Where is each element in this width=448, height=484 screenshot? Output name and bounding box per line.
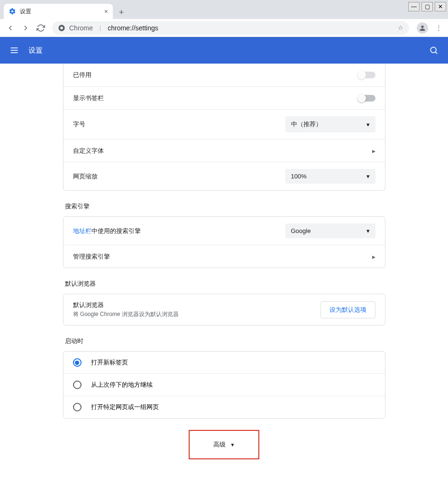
zoom-dropdown[interactable]: 100% ▾ (285, 169, 375, 184)
row-font-size: 字号 中（推荐） ▾ (64, 109, 385, 139)
row-custom-font[interactable]: 自定义字体 ▸ (64, 139, 385, 162)
chevron-down-icon: ▾ (366, 173, 370, 180)
advanced-toggle-button[interactable]: 高级 ▼ (189, 430, 260, 459)
chevron-right-icon: ▸ (372, 147, 375, 155)
custom-font-label: 自定义字体 (73, 147, 372, 155)
advanced-label: 高级 (213, 440, 226, 449)
row-page-zoom: 网页缩放 100% ▾ (64, 162, 385, 190)
forward-button[interactable] (19, 21, 32, 35)
settings-content-scroll[interactable]: 已停用 显示书签栏 字号 中（推荐） ▾ 自定义字体 ▸ 网页缩放 (0, 64, 448, 484)
address-bar-link[interactable]: 地址栏 (73, 227, 91, 234)
row-show-bookmarks-bar[interactable]: 显示书签栏 (64, 86, 385, 109)
chevron-down-icon: ▾ (366, 227, 370, 234)
set-default-button[interactable]: 设为默认选项 (320, 301, 375, 318)
url-origin-label: Chrome (69, 24, 93, 32)
chevron-right-icon: ▸ (372, 253, 375, 261)
svg-line-7 (436, 52, 438, 54)
radio-icon[interactable] (73, 358, 82, 367)
chrome-menu-button[interactable]: ⋮ (433, 24, 444, 31)
svg-point-2 (421, 25, 423, 28)
radio-icon[interactable] (73, 403, 82, 411)
maximize-button[interactable]: ▢ (421, 2, 433, 11)
default-browser-sub: 将 Google Chrome 浏览器设为默认浏览器 (73, 310, 320, 318)
address-bar[interactable]: Chrome | chrome://settings ☆ (52, 21, 409, 35)
disabled-label: 已停用 (73, 71, 358, 79)
svg-point-1 (60, 27, 63, 29)
default-browser-label: 默认浏览器 (73, 301, 320, 309)
reload-button[interactable] (34, 21, 47, 35)
gear-icon (9, 8, 16, 15)
startup-option-label: 打开特定网页或一组网页 (91, 403, 159, 411)
section-title-startup: 启动时 (65, 337, 385, 345)
disabled-toggle (358, 72, 375, 78)
url-separator: | (100, 24, 101, 31)
menu-icon[interactable] (9, 46, 19, 55)
row-manage-search-engines[interactable]: 管理搜索引擎 ▸ (64, 245, 385, 268)
browser-tab-settings[interactable]: 设置 × (4, 4, 113, 19)
appearance-card: 已停用 显示书签栏 字号 中（推荐） ▾ 自定义字体 ▸ 网页缩放 (63, 64, 385, 191)
browser-toolbar: Chrome | chrome://settings ☆ ⋮ (0, 19, 448, 37)
chrome-icon (58, 24, 65, 32)
back-button[interactable] (4, 21, 17, 35)
close-window-button[interactable]: ✕ (435, 2, 446, 11)
tab-title: 设置 (20, 8, 101, 16)
startup-option-specific[interactable]: 打开特定网页或一组网页 (64, 396, 385, 418)
font-size-dropdown[interactable]: 中（推荐） ▾ (285, 116, 375, 132)
search-icon[interactable] (429, 46, 439, 55)
settings-header: 设置 (0, 37, 448, 64)
close-tab-icon[interactable]: × (104, 8, 108, 15)
address-bar-engine-label: 地址栏中使用的搜索引擎 (73, 227, 285, 235)
font-size-label: 字号 (73, 120, 285, 129)
settings-title: 设置 (28, 46, 43, 55)
row-disabled-setting: 已停用 (64, 64, 385, 86)
radio-icon[interactable] (73, 381, 82, 389)
new-tab-button[interactable]: + (115, 6, 128, 19)
minimize-button[interactable]: — (408, 2, 420, 11)
profile-avatar[interactable] (417, 22, 428, 34)
startup-option-continue[interactable]: 从上次停下的地方继续 (64, 373, 385, 396)
section-title-search-engine: 搜索引擎 (65, 202, 385, 211)
default-browser-card: 默认浏览器 将 Google Chrome 浏览器设为默认浏览器 设为默认选项 (63, 294, 385, 326)
browser-tab-bar: 设置 × + (0, 0, 448, 19)
section-title-default-browser: 默认浏览器 (65, 279, 385, 288)
row-address-bar-engine: 地址栏中使用的搜索引擎 Google ▾ (64, 217, 385, 245)
url-text: chrome://settings (108, 24, 158, 32)
manage-search-engines-label: 管理搜索引擎 (73, 252, 372, 261)
bookmarks-bar-label: 显示书签栏 (73, 94, 358, 102)
startup-option-label: 打开新标签页 (91, 358, 128, 367)
zoom-label: 网页缩放 (73, 172, 285, 181)
bookmarks-bar-toggle[interactable] (358, 95, 375, 102)
bookmark-star-icon[interactable]: ☆ (398, 24, 403, 31)
search-engine-card: 地址栏中使用的搜索引擎 Google ▾ 管理搜索引擎 ▸ (63, 216, 385, 268)
window-controls: — ▢ ✕ (406, 0, 448, 13)
chevron-down-icon: ▼ (230, 442, 235, 447)
startup-option-label: 从上次停下的地方继续 (91, 381, 153, 389)
startup-option-newtab[interactable]: 打开新标签页 (64, 352, 385, 373)
chevron-down-icon: ▾ (366, 121, 370, 128)
search-engine-dropdown[interactable]: Google ▾ (285, 223, 375, 238)
startup-card: 打开新标签页 从上次停下的地方继续 打开特定网页或一组网页 (63, 351, 385, 419)
svg-point-6 (430, 47, 436, 53)
row-default-browser: 默认浏览器 将 Google Chrome 浏览器设为默认浏览器 设为默认选项 (64, 294, 385, 325)
